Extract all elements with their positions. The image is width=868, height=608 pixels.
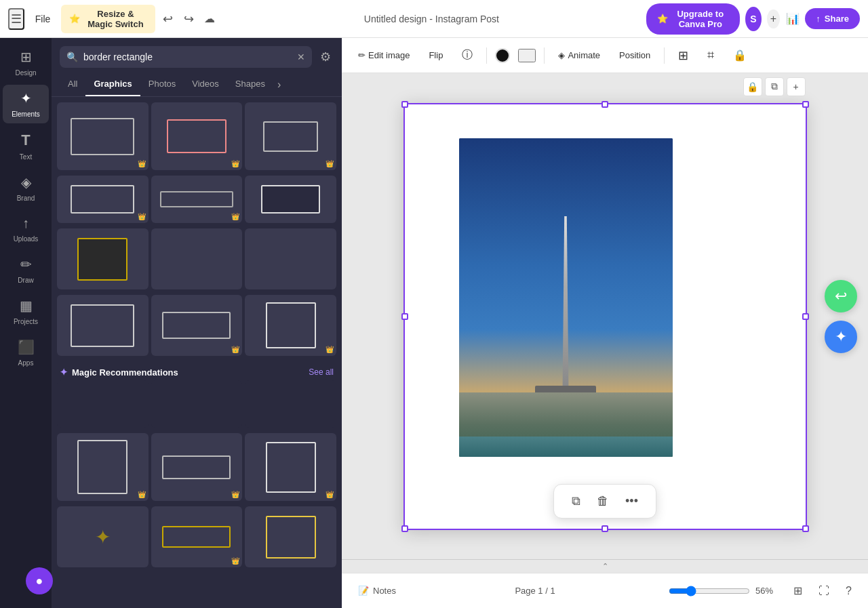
sidebar-label-projects: Projects (14, 318, 38, 325)
lines-button[interactable] (518, 49, 536, 62)
grid-view-button[interactable]: ⊞ (788, 582, 808, 600)
purple-dot[interactable]: ● (26, 567, 53, 594)
element-item[interactable]: 👑 (151, 433, 243, 501)
canvas-workspace[interactable]: 🔒 ⧉ + (342, 73, 868, 559)
bottom-right: 56% ⊞ ⛶ ? (669, 582, 857, 600)
search-input[interactable] (83, 52, 292, 62)
tabs-bar: All Graphics Photos Videos Shapes › (52, 73, 342, 97)
menu-button[interactable]: ☰ (8, 8, 24, 30)
tab-videos[interactable]: Videos (184, 73, 227, 96)
premium-icon: 👑 (231, 213, 239, 220)
fullscreen-button[interactable]: ⛶ (813, 582, 835, 600)
file-button[interactable]: File (30, 11, 56, 27)
sidebar-item-elements[interactable]: ✦ Elements (3, 85, 49, 123)
handle-bl[interactable] (401, 525, 408, 532)
clear-icon[interactable]: ✕ (297, 52, 305, 62)
tab-shapes[interactable]: Shapes (227, 73, 273, 96)
animate-button[interactable]: ◈ Animate (553, 47, 606, 63)
tab-all[interactable]: All (60, 73, 85, 96)
transparency-button[interactable]: ⊞ (673, 45, 694, 66)
lock-button[interactable]: 🔒 (728, 46, 752, 64)
zoom-slider[interactable] (669, 586, 750, 596)
avatar-button[interactable]: S (745, 7, 762, 31)
draw-icon: ✏ (20, 256, 32, 272)
sidebar-item-brand[interactable]: ◈ Brand (3, 169, 49, 207)
magic-icon: ✦ (60, 367, 68, 378)
element-item[interactable]: 👑 (245, 102, 336, 170)
element-item[interactable]: ✦ (57, 506, 149, 567)
handle-ml[interactable] (401, 313, 408, 320)
position-button[interactable]: Position (614, 47, 656, 63)
handle-bm[interactable] (601, 525, 608, 532)
help-button[interactable]: ? (840, 582, 857, 600)
handle-tl[interactable] (401, 101, 408, 108)
tab-graphics[interactable]: Graphics (85, 73, 140, 96)
filter-button[interactable]: ⚙ (317, 47, 334, 67)
add-button[interactable]: + (767, 9, 780, 28)
share-button[interactable]: ↑ Share (805, 8, 860, 29)
element-item[interactable]: 👑 (57, 433, 149, 501)
show-pages-strip[interactable]: ⌃ (342, 559, 868, 573)
blue-fab[interactable]: ✦ (825, 321, 857, 353)
handle-tm[interactable] (601, 101, 608, 108)
search-panel: 🔍 ✕ ⚙ All Graphics Photos Videos Shapes … (52, 38, 342, 608)
element-item[interactable] (57, 295, 149, 356)
sidebar-item-design[interactable]: ⊞ Design (3, 43, 49, 82)
handle-br[interactable] (802, 525, 809, 532)
copy-frame-button[interactable]: ⧉ (765, 77, 784, 96)
crop-button[interactable]: ⌗ (702, 45, 719, 65)
resize-magic-button[interactable]: ⭐ Resize & Magic Switch (61, 5, 155, 33)
sidebar-item-projects[interactable]: ▦ Projects (3, 292, 49, 331)
element-item[interactable]: 👑 (151, 506, 243, 567)
canvas-image (459, 138, 673, 457)
sidebar-item-text[interactable]: T Text (3, 126, 49, 166)
element-item[interactable]: 👑 (151, 295, 243, 356)
lock-frame-button[interactable]: 🔒 (743, 77, 762, 96)
copy-action-button[interactable]: ⧉ (565, 490, 587, 512)
magic-recommendations-header: ✦ Magic Recommendations See all (57, 361, 336, 380)
element-item[interactable]: 👑 (245, 433, 336, 501)
flip-button[interactable]: Flip (423, 47, 448, 63)
green-fab[interactable]: ↩ (825, 280, 857, 312)
tab-more[interactable]: › (273, 73, 285, 96)
element-item[interactable]: 👑 (57, 102, 149, 170)
show-pages-label: ⌃ (602, 562, 608, 571)
magic-item[interactable] (151, 380, 243, 428)
info-button[interactable]: ⓘ (456, 45, 478, 65)
sidebar-label-text: Text (20, 153, 32, 161)
tab-photos[interactable]: Photos (140, 73, 184, 96)
save-button[interactable]: ☁ (202, 8, 218, 30)
edit-image-button[interactable]: ✏ Edit image (353, 47, 415, 63)
premium-icon: 👑 (326, 491, 334, 498)
search-input-wrap: 🔍 ✕ (60, 46, 312, 68)
sidebar-item-draw[interactable]: ✏ Draw (3, 251, 49, 289)
magic-item[interactable] (245, 380, 336, 428)
more-action-button[interactable]: ••• (618, 490, 645, 512)
element-item[interactable]: 👑 (57, 176, 149, 223)
analytics-button[interactable]: 📊 (785, 8, 800, 30)
element-item[interactable] (57, 228, 149, 289)
notes-button[interactable]: 📝 Notes (353, 583, 401, 599)
handle-tr[interactable] (802, 101, 809, 108)
upgrade-button[interactable]: ⭐ Upgrade to Canva Pro (646, 3, 740, 35)
projects-icon: ▦ (20, 298, 33, 314)
undo-button[interactable]: ↩ (161, 8, 176, 30)
element-item[interactable]: 👑 (151, 102, 243, 170)
magic-item[interactable] (57, 380, 149, 428)
element-item[interactable] (245, 506, 336, 567)
element-item[interactable]: 👑 (245, 295, 336, 356)
delete-action-button[interactable]: 🗑 (590, 490, 616, 512)
sidebar-item-uploads[interactable]: ↑ Uploads (3, 210, 49, 248)
see-all-button[interactable]: See all (309, 367, 334, 377)
element-item[interactable] (245, 176, 336, 223)
element-item[interactable] (245, 228, 336, 289)
right-panel: ↩ ✦ (825, 280, 857, 353)
color-picker[interactable] (495, 48, 510, 63)
add-frame-button[interactable]: + (787, 77, 806, 96)
element-item[interactable] (151, 228, 243, 289)
handle-mr[interactable] (802, 313, 809, 320)
redo-button[interactable]: ↪ (181, 8, 197, 30)
dot-icon: ● (36, 574, 43, 588)
element-item[interactable]: 👑 (151, 176, 243, 223)
sidebar-item-apps[interactable]: ⬛ Apps (3, 333, 49, 372)
